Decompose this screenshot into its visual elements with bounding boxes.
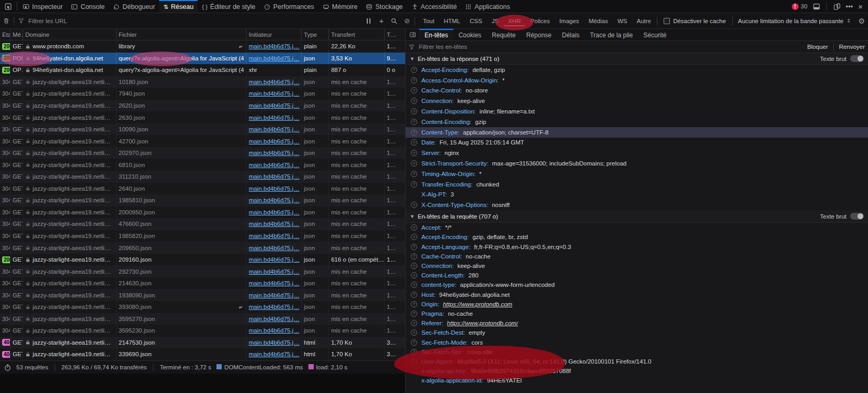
network-request-row[interactable]: 404GETjazzy-starlight-aeea19.netli…21475… [0, 337, 405, 349]
new-request-icon[interactable]: + [375, 16, 388, 25]
initiator-link[interactable]: main.bd4b6d75.j… [249, 173, 299, 180]
response-headers-section-header[interactable]: ▼ En-têtes de la réponse (471 o) Texte b… [406, 53, 868, 65]
help-icon[interactable]: ? [411, 224, 417, 231]
filter-js[interactable]: JS [488, 17, 503, 25]
header-row[interactable]: ?Pragma:no-cache [406, 309, 868, 318]
initiator-link[interactable]: main.bd4b6d75.j… [249, 256, 299, 263]
filter-css[interactable]: CSS [466, 17, 487, 25]
help-icon[interactable]: ? [411, 129, 417, 136]
devtools-tab-console[interactable]: Console [67, 0, 109, 13]
url-filter-input[interactable] [27, 17, 362, 25]
network-request-row[interactable]: 304GETjazzy-starlight-aeea19.netli…10180… [0, 76, 405, 88]
header-row[interactable]: ?Strict-Transport-Security:max-age=31536… [406, 158, 868, 169]
network-request-row[interactable]: 304GETjazzy-starlight-aeea19.netli…31121… [0, 171, 405, 183]
menu-icon[interactable]: ••• [846, 3, 853, 11]
header-row[interactable]: ?User-Agent:Mozilla/5.0 (X11; Linux x86_… [406, 357, 868, 366]
help-icon[interactable]: ? [411, 181, 417, 188]
help-icon[interactable]: ? [411, 98, 417, 104]
details-tab-d-lais[interactable]: Délais [556, 29, 584, 40]
header-row[interactable]: ?Accept-Encoding:gzip, deflate, br, zstd [406, 232, 868, 242]
initiator-link[interactable]: main.bd4b6d75.j… [249, 162, 299, 168]
header-row[interactable]: ?Accept-Encoding:deflate, gzip [406, 65, 868, 75]
header-row[interactable]: ?Origin:https://www.protondb.com [406, 299, 868, 309]
initiator-link[interactable]: main.bd4b6d75.j… [249, 268, 299, 275]
header-row[interactable]: ?X-Content-Type-Options:nosniff [406, 200, 868, 210]
help-icon[interactable]: ? [411, 108, 417, 115]
network-request-row[interactable]: 304GETjazzy-starlight-aeea19.netli…29273… [0, 265, 405, 277]
help-icon[interactable]: ? [411, 119, 417, 125]
devtools-tab-performances[interactable]: Performances [260, 0, 318, 13]
help-icon[interactable]: ? [411, 234, 417, 240]
initiator-link[interactable]: main.bd4b6d75.j… [249, 115, 299, 121]
help-icon[interactable]: ? [411, 311, 417, 317]
column-header-1[interactable]: Mé… [11, 29, 23, 40]
column-header-4[interactable]: Initiateur [246, 29, 302, 40]
header-value-link[interactable]: https://www.protondb.com [443, 301, 512, 307]
search-icon[interactable] [388, 18, 400, 24]
initiator-link[interactable]: main.bd4b6d75.j… [249, 43, 299, 49]
network-request-row[interactable]: 304GETjazzy-starlight-aeea19.netli…20009… [0, 206, 405, 219]
filter-ws[interactable]: WS [613, 17, 632, 25]
header-row[interactable]: ?Connection:keep-alive [406, 96, 868, 106]
help-icon[interactable]: ? [411, 150, 417, 156]
resend-button[interactable]: Renvoyer [839, 44, 865, 50]
header-row[interactable]: ?x-algolia-api-key:9ba0e69fb2974316cdaec… [406, 366, 868, 376]
initiator-link[interactable]: main.bd4b6d75.j… [249, 55, 299, 61]
help-icon[interactable]: ? [411, 244, 417, 250]
help-icon[interactable]: ? [411, 358, 417, 365]
network-request-row[interactable]: 304GETjazzy-starlight-aeea19.netli…6810.… [0, 159, 405, 171]
header-row[interactable]: ?Connection:keep-alive [406, 261, 868, 271]
network-request-row[interactable]: 304GETjazzy-starlight-aeea19.netli…10090… [0, 123, 405, 136]
network-request-row[interactable]: 200POST94he6yatei-dsn.algolia.netquery?x… [0, 53, 405, 65]
help-icon[interactable]: ? [411, 292, 417, 298]
headers-filter-input[interactable] [418, 43, 804, 50]
filter-polices[interactable]: Polices [526, 17, 554, 25]
column-header-2[interactable]: Domaine [23, 29, 117, 40]
header-row[interactable]: ?Cache-Control:no-cache [406, 252, 868, 261]
raw-toggle[interactable] [850, 213, 864, 220]
network-request-row[interactable]: 304GETjazzy-starlight-aeea19.netli…19858… [0, 194, 405, 206]
column-header-5[interactable]: Type [302, 29, 329, 40]
initiator-link[interactable]: main.bd4b6d75.j… [249, 280, 299, 286]
help-icon[interactable]: ? [411, 67, 417, 73]
close-devtools-icon[interactable]: × [858, 2, 863, 11]
raw-toggle[interactable] [850, 55, 864, 62]
header-row[interactable]: ?X-Alg-PT:3 [406, 190, 868, 200]
initiator-link[interactable]: main.bd4b6d75.j… [249, 126, 299, 132]
initiator-link[interactable]: main.bd4b6d75.j… [249, 233, 299, 239]
header-row[interactable]: ?Date:Fri, 15 Aug 2025 21:05:14 GMT [406, 138, 868, 148]
help-icon[interactable]: ? [411, 253, 417, 260]
details-tab-trace-de-la-pile[interactable]: Trace de la pile [585, 29, 638, 40]
initiator-link[interactable]: main.bd4b6d75.j… [249, 197, 299, 203]
devtools-tab-m-moire[interactable]: Mémoire [318, 0, 362, 13]
devtools-tab-stockage[interactable]: Stockage [361, 0, 407, 13]
header-row[interactable]: ?Transfer-Encoding:chunked [406, 179, 868, 190]
help-icon[interactable]: ? [411, 202, 417, 208]
initiator-link[interactable]: main.bd4b6d75.j… [249, 90, 299, 97]
network-request-row[interactable]: 404GETjazzy-starlight-aeea19.netli…33969… [0, 348, 405, 360]
initiator-link[interactable]: main.bd4b6d75.j… [249, 150, 299, 156]
header-row[interactable]: ?Content-Type:application/json; charset=… [406, 127, 868, 138]
network-request-row[interactable]: 304GETjazzy-starlight-aeea19.netli…35952… [0, 313, 405, 325]
header-row[interactable]: ?Access-Control-Allow-Origin:* [406, 75, 868, 86]
column-header-7[interactable]: T… [385, 29, 405, 40]
initiator-link[interactable]: main.bd4b6d75.j… [249, 138, 299, 144]
responsive-design-icon[interactable] [833, 3, 841, 10]
help-icon[interactable]: ? [411, 349, 417, 355]
network-settings-gear-icon[interactable]: ⚙ [855, 17, 868, 25]
devtools-tab-r-seau[interactable]: ⇅Réseau [159, 0, 198, 13]
network-request-row[interactable]: 304GETjazzy-starlight-aeea19.netli…2640.… [0, 183, 405, 195]
network-request-row[interactable]: 304GETjazzy-starlight-aeea19.netli…20965… [0, 242, 405, 254]
help-icon[interactable]: ? [411, 77, 417, 84]
initiator-link[interactable]: main.bd4b6d75.j… [249, 339, 299, 346]
block-button[interactable]: Bloquer [807, 44, 828, 50]
disable-cache-checkbox[interactable] [664, 18, 670, 24]
help-icon[interactable]: ? [411, 320, 417, 326]
throttling-select[interactable]: Aucune limitation de la bande passante ⇕ [733, 18, 855, 24]
initiator-link[interactable]: main.bd4b6d75.j… [249, 79, 299, 85]
network-request-row[interactable]: 304GETjazzy-starlight-aeea19.netli…39308… [0, 301, 405, 313]
details-tab-en-t-tes[interactable]: En-têtes [419, 29, 453, 40]
help-icon[interactable]: ? [411, 139, 417, 146]
help-icon[interactable]: ? [411, 272, 417, 278]
column-header-0[interactable]: Éta [0, 29, 11, 40]
